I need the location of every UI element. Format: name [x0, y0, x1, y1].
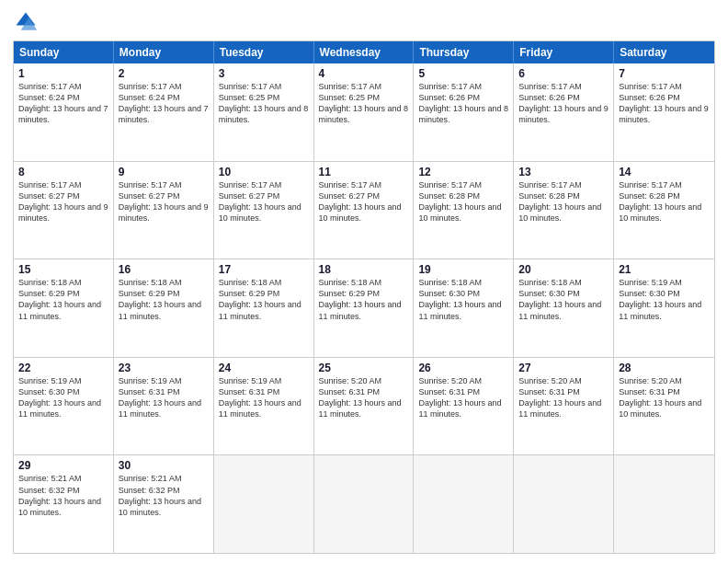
cell-text: Sunrise: 5:18 AMSunset: 6:29 PMDaylight:…: [119, 277, 209, 322]
calendar-row-5: 29Sunrise: 5:21 AMSunset: 6:32 PMDayligh…: [14, 455, 714, 553]
cell-text: Sunrise: 5:19 AMSunset: 6:31 PMDaylight:…: [219, 375, 309, 420]
calendar-cell: 12Sunrise: 5:17 AMSunset: 6:28 PMDayligh…: [414, 162, 514, 259]
header-day-wednesday: Wednesday: [314, 41, 415, 63]
calendar-cell: 26Sunrise: 5:20 AMSunset: 6:31 PMDayligh…: [414, 358, 514, 455]
day-number: 23: [119, 362, 209, 374]
calendar-cell: 17Sunrise: 5:18 AMSunset: 6:29 PMDayligh…: [214, 259, 314, 357]
calendar-cell: 6Sunrise: 5:17 AMSunset: 6:26 PMDaylight…: [514, 63, 614, 161]
calendar: SundayMondayTuesdayWednesdayThursdayFrid…: [13, 40, 715, 554]
day-number: 13: [518, 166, 609, 178]
calendar-cell: 16Sunrise: 5:18 AMSunset: 6:29 PMDayligh…: [114, 259, 214, 357]
cell-text: Sunrise: 5:17 AMSunset: 6:28 PMDaylight:…: [518, 179, 609, 224]
cell-text: Sunrise: 5:17 AMSunset: 6:28 PMDaylight:…: [418, 179, 508, 224]
day-number: 10: [219, 166, 309, 178]
day-number: 22: [18, 362, 108, 374]
page: SundayMondayTuesdayWednesdayThursdayFrid…: [0, 0, 728, 563]
cell-text: Sunrise: 5:19 AMSunset: 6:31 PMDaylight:…: [119, 375, 209, 420]
calendar-cell: 11Sunrise: 5:17 AMSunset: 6:27 PMDayligh…: [314, 162, 415, 259]
calendar-cell: 28Sunrise: 5:20 AMSunset: 6:31 PMDayligh…: [614, 358, 714, 455]
calendar-cell: 24Sunrise: 5:19 AMSunset: 6:31 PMDayligh…: [214, 358, 314, 455]
calendar-cell: 15Sunrise: 5:18 AMSunset: 6:29 PMDayligh…: [14, 259, 114, 357]
calendar-row-2: 8Sunrise: 5:17 AMSunset: 6:27 PMDaylight…: [14, 162, 714, 260]
calendar-cell: [414, 455, 514, 553]
calendar-cell: 22Sunrise: 5:19 AMSunset: 6:30 PMDayligh…: [14, 358, 114, 455]
cell-text: Sunrise: 5:17 AMSunset: 6:26 PMDaylight:…: [518, 81, 609, 126]
day-number: 25: [319, 362, 409, 374]
cell-text: Sunrise: 5:17 AMSunset: 6:24 PMDaylight:…: [119, 81, 209, 126]
day-number: 12: [418, 166, 508, 178]
day-number: 15: [18, 263, 108, 276]
calendar-cell: 10Sunrise: 5:17 AMSunset: 6:27 PMDayligh…: [214, 162, 314, 259]
calendar-cell: [614, 455, 714, 553]
cell-text: Sunrise: 5:18 AMSunset: 6:29 PMDaylight:…: [18, 277, 108, 322]
calendar-cell: 1Sunrise: 5:17 AMSunset: 6:24 PMDaylight…: [14, 63, 114, 161]
calendar-cell: 13Sunrise: 5:17 AMSunset: 6:28 PMDayligh…: [514, 162, 614, 259]
cell-text: Sunrise: 5:17 AMSunset: 6:27 PMDaylight:…: [319, 179, 409, 224]
cell-text: Sunrise: 5:17 AMSunset: 6:26 PMDaylight:…: [418, 81, 508, 126]
cell-text: Sunrise: 5:18 AMSunset: 6:29 PMDaylight:…: [319, 277, 409, 322]
cell-text: Sunrise: 5:18 AMSunset: 6:30 PMDaylight:…: [518, 277, 609, 322]
calendar-cell: 7Sunrise: 5:17 AMSunset: 6:26 PMDaylight…: [614, 63, 714, 161]
header-day-tuesday: Tuesday: [214, 41, 314, 63]
day-number: 30: [119, 459, 209, 472]
calendar-cell: 18Sunrise: 5:18 AMSunset: 6:29 PMDayligh…: [314, 259, 415, 357]
day-number: 21: [619, 263, 710, 276]
calendar-cell: [314, 455, 415, 553]
calendar-cell: 23Sunrise: 5:19 AMSunset: 6:31 PMDayligh…: [114, 358, 214, 455]
day-number: 9: [119, 166, 209, 178]
calendar-cell: 20Sunrise: 5:18 AMSunset: 6:30 PMDayligh…: [514, 259, 614, 357]
cell-text: Sunrise: 5:21 AMSunset: 6:32 PMDaylight:…: [18, 473, 108, 518]
cell-text: Sunrise: 5:19 AMSunset: 6:30 PMDaylight:…: [18, 375, 108, 420]
cell-text: Sunrise: 5:21 AMSunset: 6:32 PMDaylight:…: [119, 473, 209, 518]
day-number: 3: [219, 67, 309, 80]
header-day-sunday: Sunday: [14, 41, 114, 63]
logo: [13, 9, 42, 35]
header-day-saturday: Saturday: [614, 41, 714, 63]
cell-text: Sunrise: 5:17 AMSunset: 6:25 PMDaylight:…: [319, 81, 409, 126]
header-day-thursday: Thursday: [414, 41, 514, 63]
calendar-header: SundayMondayTuesdayWednesdayThursdayFrid…: [14, 41, 714, 63]
calendar-cell: 2Sunrise: 5:17 AMSunset: 6:24 PMDaylight…: [114, 63, 214, 161]
cell-text: Sunrise: 5:17 AMSunset: 6:27 PMDaylight:…: [119, 179, 209, 224]
calendar-row-1: 1Sunrise: 5:17 AMSunset: 6:24 PMDaylight…: [14, 63, 714, 162]
calendar-cell: 4Sunrise: 5:17 AMSunset: 6:25 PMDaylight…: [314, 63, 415, 161]
cell-text: Sunrise: 5:20 AMSunset: 6:31 PMDaylight:…: [418, 375, 508, 420]
day-number: 11: [319, 166, 409, 178]
day-number: 29: [18, 459, 108, 472]
calendar-cell: 3Sunrise: 5:17 AMSunset: 6:25 PMDaylight…: [214, 63, 314, 161]
day-number: 4: [319, 67, 409, 80]
calendar-cell: 30Sunrise: 5:21 AMSunset: 6:32 PMDayligh…: [114, 455, 214, 553]
cell-text: Sunrise: 5:17 AMSunset: 6:24 PMDaylight:…: [18, 81, 108, 126]
calendar-body: 1Sunrise: 5:17 AMSunset: 6:24 PMDaylight…: [14, 63, 714, 553]
logo-icon: [13, 9, 39, 35]
calendar-cell: 14Sunrise: 5:17 AMSunset: 6:28 PMDayligh…: [614, 162, 714, 259]
day-number: 17: [219, 263, 309, 276]
calendar-cell: 9Sunrise: 5:17 AMSunset: 6:27 PMDaylight…: [114, 162, 214, 259]
calendar-cell: [514, 455, 614, 553]
cell-text: Sunrise: 5:17 AMSunset: 6:25 PMDaylight:…: [219, 81, 309, 126]
day-number: 19: [418, 263, 508, 276]
day-number: 18: [319, 263, 409, 276]
day-number: 24: [219, 362, 309, 374]
day-number: 5: [418, 67, 508, 80]
calendar-cell: 5Sunrise: 5:17 AMSunset: 6:26 PMDaylight…: [414, 63, 514, 161]
calendar-row-3: 15Sunrise: 5:18 AMSunset: 6:29 PMDayligh…: [14, 259, 714, 358]
calendar-cell: 25Sunrise: 5:20 AMSunset: 6:31 PMDayligh…: [314, 358, 415, 455]
cell-text: Sunrise: 5:17 AMSunset: 6:27 PMDaylight:…: [18, 179, 108, 224]
calendar-cell: [214, 455, 314, 553]
header: [13, 9, 715, 35]
cell-text: Sunrise: 5:18 AMSunset: 6:30 PMDaylight:…: [418, 277, 508, 322]
day-number: 6: [518, 67, 609, 80]
header-day-monday: Monday: [114, 41, 214, 63]
day-number: 28: [619, 362, 710, 374]
day-number: 16: [119, 263, 209, 276]
day-number: 26: [418, 362, 508, 374]
cell-text: Sunrise: 5:17 AMSunset: 6:26 PMDaylight:…: [619, 81, 710, 126]
cell-text: Sunrise: 5:17 AMSunset: 6:28 PMDaylight:…: [619, 179, 710, 224]
cell-text: Sunrise: 5:18 AMSunset: 6:29 PMDaylight:…: [219, 277, 309, 322]
day-number: 14: [619, 166, 710, 178]
day-number: 27: [518, 362, 609, 374]
calendar-row-4: 22Sunrise: 5:19 AMSunset: 6:30 PMDayligh…: [14, 358, 714, 456]
day-number: 7: [619, 67, 710, 80]
day-number: 1: [18, 67, 108, 80]
